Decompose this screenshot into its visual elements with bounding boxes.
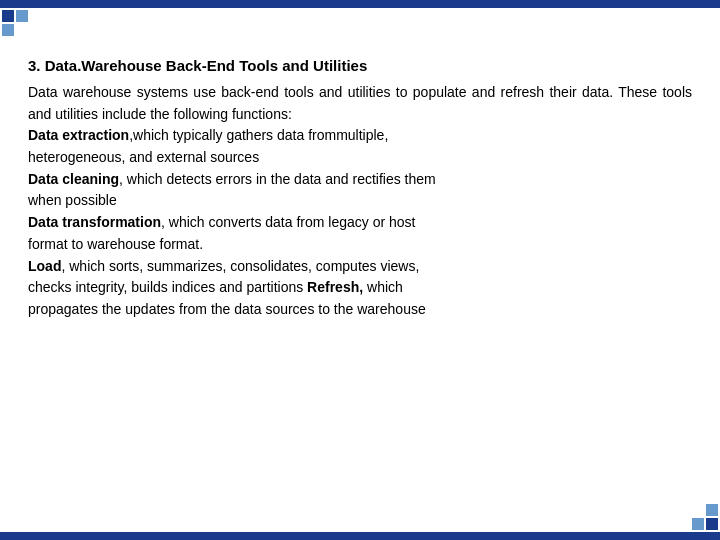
cleaning-text: , which detects errors in the data and r… xyxy=(119,171,436,187)
main-content: 3. Data.Warehouse Back-End Tools and Uti… xyxy=(28,55,692,540)
transformation-text2: format to warehouse format. xyxy=(28,236,203,252)
term-refresh: Refresh, xyxy=(307,279,363,295)
sq2 xyxy=(16,10,28,22)
page-container: 3. Data.Warehouse Back-End Tools and Uti… xyxy=(0,0,720,540)
body-content: Data warehouse systems use back-end tool… xyxy=(28,82,692,321)
sq5 xyxy=(692,504,704,516)
term-cleaning: Data cleaning xyxy=(28,171,119,187)
sq7 xyxy=(692,518,704,530)
corner-decoration-bottomright xyxy=(690,502,720,532)
transformation-text: , which converts data from legacy or hos… xyxy=(161,214,415,230)
intro-text: Data warehouse systems use back-end tool… xyxy=(28,84,692,122)
sq8 xyxy=(706,518,718,530)
refresh-text2: propagates the updates from the data sou… xyxy=(28,301,426,317)
section-title: 3. Data.Warehouse Back-End Tools and Uti… xyxy=(28,55,692,76)
bottom-bar xyxy=(0,532,720,540)
cleaning-text2: when possible xyxy=(28,192,117,208)
sq4 xyxy=(16,24,28,36)
term-load: Load xyxy=(28,258,61,274)
sq6 xyxy=(706,504,718,516)
title-text: 3. Data.Warehouse Back-End Tools and Uti… xyxy=(28,57,367,74)
sq1 xyxy=(2,10,14,22)
corner-decoration-topleft xyxy=(0,8,30,38)
extraction-text2: heterogeneous, and external sources xyxy=(28,149,259,165)
top-bar xyxy=(0,0,720,8)
term-transformation: Data transformation xyxy=(28,214,161,230)
load-text: , which sorts, summarizes, consolidates,… xyxy=(61,258,419,274)
term-extraction: Data extraction xyxy=(28,127,129,143)
sq3 xyxy=(2,24,14,36)
extraction-text: ,which typically gathers data frommultip… xyxy=(129,127,388,143)
load-text2: checks integrity, builds indices and par… xyxy=(28,279,307,295)
refresh-text: which xyxy=(363,279,403,295)
